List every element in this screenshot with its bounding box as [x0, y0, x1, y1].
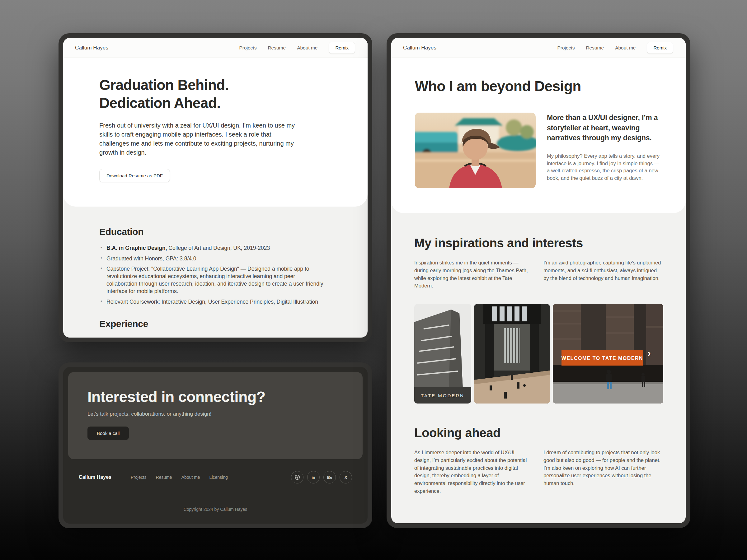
connect-subtitle: Let’s talk projects, collaborations, or …	[87, 411, 344, 417]
experience-heading: Experience	[99, 319, 330, 329]
brand-logo[interactable]: Callum Hayes	[403, 45, 436, 51]
about-title: Who I am beyond Design	[415, 78, 661, 95]
about-screen: Callum Hayes Projects Resume About me Re…	[391, 38, 686, 523]
nav-projects[interactable]: Projects	[239, 45, 256, 51]
education-heading: Education	[99, 226, 330, 237]
main-nav: Projects Resume About me Remix	[239, 42, 355, 54]
linkedin-icon[interactable]: in	[307, 471, 320, 483]
nav-about-me[interactable]: About me	[615, 45, 636, 51]
experience-role: UX/UI Design Intern, Innovatech Designs,…	[99, 337, 330, 338]
carousel-photo-tate-exterior[interactable]: TATE MODERN	[414, 304, 471, 403]
resume-hero-title: Graduation Behind. Dedication Ahead.	[99, 76, 302, 112]
education-list: B.A. in Graphic Design, College of Art a…	[99, 244, 330, 306]
about-philosophy: My philosophy? Every app tells a story, …	[547, 153, 661, 182]
footer-nav-licensing[interactable]: Licensing	[209, 475, 228, 480]
resume-details-section: Education B.A. in Graphic Design, Colleg…	[63, 207, 367, 338]
brand-logo[interactable]: Callum Hayes	[75, 45, 108, 51]
connect-section: Interested in connecting? Let’s talk pro…	[68, 372, 363, 459]
resume-hero-body: Fresh out of university with a zeal for …	[99, 121, 295, 157]
inspirations-col2: I’m an avid photographer, capturing life…	[543, 259, 662, 290]
education-item: Graduated with Honors, GPA: 3.8/4.0	[99, 255, 324, 263]
copyright-text: Copyright 2024 by Callum Hayes	[63, 507, 367, 512]
carousel-next-icon[interactable]: ›	[647, 348, 651, 358]
about-body-section: My inspirations and interests Inspiratio…	[391, 213, 686, 495]
footer: Callum Hayes Projects Resume About me Li…	[63, 471, 367, 483]
welcome-banner-text: WELCOME TO TATE MODERN	[562, 355, 643, 361]
about-hero-row: More than a UX/UI designer, I’m a storyt…	[415, 113, 661, 188]
download-resume-button[interactable]: Download Resume as PDF	[99, 169, 170, 182]
looking-ahead-heading: Looking ahead	[414, 426, 662, 440]
about-headline: More than a UX/UI designer, I’m a storyt…	[547, 113, 661, 143]
inspirations-col1: Inspiration strikes me in the quiet mome…	[414, 259, 532, 290]
carousel-photo-turbine-hall[interactable]	[474, 304, 550, 403]
nav-about-me[interactable]: About me	[297, 45, 317, 51]
behance-icon[interactable]: Bē	[324, 471, 336, 483]
carousel-photo-welcome-banner[interactable]: WELCOME TO TATE MODERN ›	[553, 304, 663, 403]
footer-brand[interactable]: Callum Hayes	[79, 475, 111, 480]
about-hero-section: Who I am beyond Design	[391, 58, 686, 213]
footer-nav: Projects Resume About me Licensing	[131, 475, 228, 480]
nav-resume[interactable]: Resume	[268, 45, 286, 51]
about-text-column: More than a UX/UI designer, I’m a storyt…	[547, 113, 661, 188]
looking-ahead-col2: I dream of contributing to projects that…	[543, 449, 662, 495]
social-links: in Bē X	[291, 471, 352, 483]
tate-modern-caption: TATE MODERN	[421, 393, 464, 398]
footer-nav-about[interactable]: About me	[181, 475, 200, 480]
nav-projects[interactable]: Projects	[557, 45, 574, 51]
looking-ahead-columns: As I immerse deeper into the world of UX…	[414, 449, 662, 495]
inspirations-heading: My inspirations and interests	[414, 236, 662, 250]
education-item: Relevant Coursework: Interactive Design,…	[99, 298, 324, 306]
main-nav: Projects Resume About me Remix	[557, 42, 673, 54]
footer-divider	[79, 495, 352, 495]
inspirations-columns: Inspiration strikes me in the quiet mome…	[414, 259, 662, 290]
education-item: Capstone Project: "Collaborative Learnin…	[99, 265, 324, 295]
portrait-photo	[415, 113, 536, 188]
footer-nav-resume[interactable]: Resume	[156, 475, 172, 480]
remix-button[interactable]: Remix	[647, 42, 673, 54]
book-a-call-button[interactable]: Book a call	[87, 427, 129, 440]
device-frame-connect: Interested in connecting? Let’s talk pro…	[58, 363, 372, 528]
education-item: B.A. in Graphic Design, College of Art a…	[99, 244, 324, 252]
looking-ahead-col1: As I immerse deeper into the world of UX…	[414, 449, 532, 495]
device-frame-about: Callum Hayes Projects Resume About me Re…	[387, 33, 690, 528]
footer-nav-projects[interactable]: Projects	[131, 475, 147, 480]
site-header: Callum Hayes Projects Resume About me Re…	[391, 38, 686, 58]
connect-screen: Interested in connecting? Let’s talk pro…	[63, 367, 367, 524]
site-header: Callum Hayes Projects Resume About me Re…	[63, 38, 367, 58]
photo-carousel: TATE MODERN	[414, 304, 662, 403]
nav-resume[interactable]: Resume	[586, 45, 604, 51]
resume-hero-section: Graduation Behind. Dedication Ahead. Fre…	[63, 58, 367, 207]
x-icon[interactable]: X	[340, 471, 352, 483]
resume-screen: Callum Hayes Projects Resume About me Re…	[63, 38, 367, 338]
dribbble-icon[interactable]	[291, 471, 304, 483]
device-frame-resume: Callum Hayes Projects Resume About me Re…	[58, 33, 372, 342]
connect-title: Interested in connecting?	[87, 388, 344, 405]
remix-button[interactable]: Remix	[329, 42, 355, 54]
